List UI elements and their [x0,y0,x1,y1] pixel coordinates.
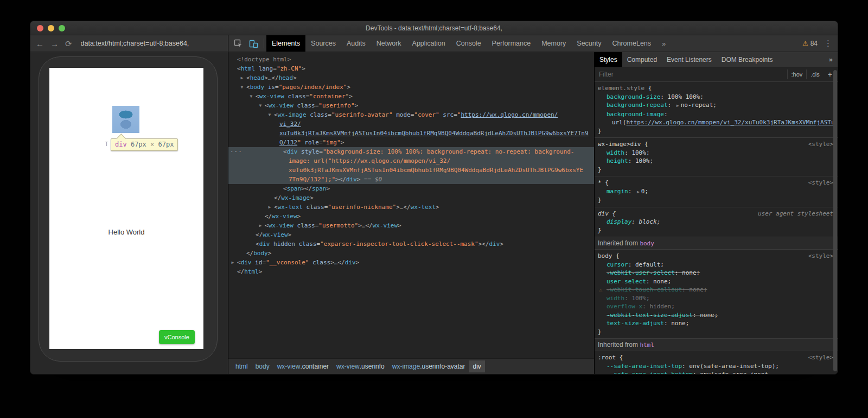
expand-arrow-icon[interactable]: ▼ [266,110,273,119]
expand-arrow-icon[interactable]: ▶ [266,202,273,212]
dom-tree-row[interactable]: </body> [228,249,594,258]
tab-network[interactable]: Network [371,35,407,52]
url-link[interactable]: https://wx.qlogo.cn/mmopen/vi_32/xuTu0k3… [627,119,836,126]
expand-arrow-icon[interactable]: ▼ [257,101,264,110]
device-screen[interactable]: T div 67px × 67px Hello World vConsole [49,68,203,349]
dom-tree-row[interactable]: image: url("https://wx.qlogo.cn/mmopen/v… [228,156,594,166]
tab-application[interactable]: Application [407,35,451,52]
tab-security[interactable]: Security [571,35,607,52]
style-rule-origin[interactable]: user agent stylesheet [758,210,835,218]
dom-tree-row[interactable]: vi_32/ [228,119,594,129]
tab-elements[interactable]: Elements [266,35,305,52]
css-property[interactable]: --safe-area-inset-bottom: env(safe-area-… [598,370,835,374]
sidebar-tab-styles[interactable]: Styles [595,52,622,67]
dom-tree-row[interactable]: ▼<wx-image class="userinfo-avatar" mode=… [228,110,594,119]
url-text[interactable]: data:text/html;charset=utf-8;base64, [81,40,189,47]
css-property[interactable]: background-size: 100% 100%; [598,93,835,102]
breadcrumb-item-wx-view[interactable]: wx-view.userinfo [333,360,388,372]
dom-tree-row[interactable]: <html lang="zh-CN"> [228,64,594,73]
dom-tree-row[interactable]: ▼<wx-view class="container"> [228,92,594,101]
css-property[interactable]: width: 100%; [598,149,835,157]
styles-scrollbar[interactable] [833,70,837,371]
inherited-from-link[interactable]: html [640,341,654,349]
dom-tree-row[interactable]: </html> [228,267,594,276]
css-property[interactable]: --safe-area-inset-top: env(safe-area-ins… [598,362,835,371]
dom-tree-row[interactable]: ···<div style="background-size: 100% 100… [228,147,594,156]
warnings-badge[interactable]: ⚠ 84 [802,40,818,47]
value-expand-icon[interactable]: ▶ [676,103,679,108]
css-property[interactable]: overflow-x: hidden; [598,302,835,311]
tab-sources[interactable]: Sources [305,35,341,52]
style-rule-origin[interactable]: <style> [808,140,835,149]
css-property[interactable]: display: block; [598,218,835,226]
css-property[interactable]: cursor: default; [598,261,835,269]
style-rule-origin[interactable]: <style> [808,179,835,187]
style-rule-selector[interactable]: element.style { [598,84,835,93]
userinfo-avatar[interactable] [112,106,139,133]
reload-icon[interactable]: ⟳ [65,40,72,48]
dom-tree-row[interactable]: <!doctype html> [228,55,594,64]
row-menu-dots-icon[interactable]: ··· [230,147,242,156]
breadcrumb-item-wx-view[interactable]: wx-view.container [273,360,333,372]
dom-tree-row[interactable]: xuTu0k3jRTaJKmsXVMnfjASTusIn04ibcmQbhub1… [228,129,594,138]
expand-arrow-icon[interactable]: ▼ [239,83,245,92]
sidebar-tab-dom-breakpoints[interactable]: DOM Breakpoints [717,52,778,67]
sidebar-tabs-overflow-icon[interactable]: » [824,52,838,67]
style-rule-selector[interactable]: user agent stylesheetdiv { [598,210,835,218]
property-url-value[interactable]: url(https://wx.qlogo.cn/mmopen/vi_32/xuT… [598,118,835,127]
inherited-from-link[interactable]: body [640,240,654,247]
dom-tree-row[interactable]: <div hidden class="exparser-inspector-to… [228,239,594,249]
expand-arrow-icon[interactable]: ▶ [257,221,264,230]
cls-toggle[interactable]: .cls [806,69,824,79]
tab-performance[interactable]: Performance [487,35,537,52]
expand-arrow-icon[interactable]: ▼ [248,92,254,101]
styles-filter-input[interactable] [598,70,787,79]
dom-tree-row[interactable]: ▶<wx-view class="usermotto">…</wx-view> [228,221,594,230]
css-property[interactable]: background-image: [598,110,835,119]
hov-toggle[interactable]: :hov [787,69,807,79]
dom-tree-row[interactable]: xuTu0k3jRTaJKmsXVMnfjASTusIn04ibcmQbhub1… [228,166,594,175]
css-property[interactable]: user-select: none; [598,277,835,286]
back-icon[interactable]: ← [36,40,44,48]
breadcrumb-item-wx-image[interactable]: wx-image.userinfo-avatar [388,360,469,372]
css-property[interactable]: -webkit-text-size-adjust: none; [598,311,835,320]
device-toolbar-icon[interactable] [249,40,258,48]
css-property[interactable]: -webkit-user-select: none; [598,269,835,277]
css-property[interactable]: text-size-adjust: none; [598,319,835,328]
breadcrumb-item-html[interactable]: html [232,360,252,372]
dom-tree-row[interactable]: </wx-view> [228,230,594,239]
style-rule-origin[interactable]: <style> [808,353,835,362]
dom-tree-row[interactable]: ▶<head>…</head> [228,73,594,83]
css-property[interactable]: margin: ▶0; [598,187,835,197]
tab-chromelens[interactable]: ChromeLens [607,35,656,52]
dom-tree-row[interactable]: </wx-view> [228,212,594,221]
dom-tree-row[interactable]: 7Tn9Q/132");"></div> == $0 [228,175,594,184]
sidebar-tab-event-listeners[interactable]: Event Listeners [662,52,717,67]
css-property[interactable]: width: 100%; [598,294,835,303]
dom-tree-row[interactable]: ▶<wx-text class="userinfo-nickname">…</w… [228,202,594,212]
inspect-element-icon[interactable] [234,39,242,48]
expand-arrow-icon[interactable]: ▶ [239,73,245,83]
style-rule-selector[interactable]: <style>:root { [598,353,835,362]
expand-arrow-icon[interactable]: ▶ [229,258,236,267]
dom-tree-row[interactable]: Q/132" role="img"> [228,138,594,147]
minimize-button[interactable] [48,25,54,31]
new-style-rule-button[interactable]: + [824,70,834,79]
css-property[interactable]: ⚠-webkit-touch-callout: none; [598,286,835,294]
style-rule-selector[interactable]: <style>* { [598,179,835,187]
style-rule-origin[interactable]: <style> [808,252,835,261]
tab-memory[interactable]: Memory [536,35,571,52]
vconsole-button[interactable]: vConsole [159,330,195,344]
style-rule-selector[interactable]: <style>body { [598,252,835,261]
dom-tree-row[interactable]: <span></span> [228,184,594,193]
tabs-overflow-icon[interactable]: » [656,35,671,52]
style-rule-selector[interactable]: <style>wx-image>div { [598,140,835,149]
tab-console[interactable]: Console [451,35,487,52]
value-expand-icon[interactable]: ▶ [637,189,640,194]
dom-tree-row[interactable]: ▼<body is="pages/index/index"> [228,83,594,92]
dom-tree-row[interactable]: </wx-image> [228,193,594,202]
forward-icon[interactable]: → [50,40,59,48]
more-options-icon[interactable]: ⋮ [824,39,832,48]
css-property[interactable]: height: 100%; [598,157,835,166]
tab-audits[interactable]: Audits [341,35,371,52]
